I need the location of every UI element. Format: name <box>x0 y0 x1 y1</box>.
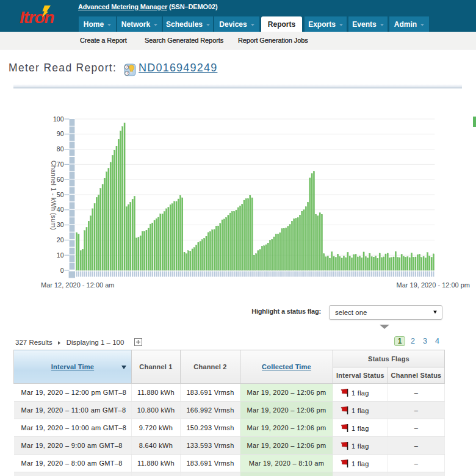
svg-text:Channel 1 - kWh (sum): Channel 1 - kWh (sum) <box>50 160 57 230</box>
svg-text:Itron: Itron <box>20 8 54 27</box>
svg-text:100: 100 <box>53 115 64 123</box>
svg-text:20: 20 <box>57 236 64 243</box>
svg-text:0: 0 <box>60 267 64 274</box>
svg-text:90: 90 <box>57 130 64 137</box>
svg-text:Mar 12, 2020 - 12:00 am: Mar 12, 2020 - 12:00 am <box>41 281 114 289</box>
svg-text:Mar 19, 2020 - 12:00 pm: Mar 19, 2020 - 12:00 pm <box>397 281 470 289</box>
svg-text:80: 80 <box>57 145 64 153</box>
svg-text:10: 10 <box>57 251 64 259</box>
